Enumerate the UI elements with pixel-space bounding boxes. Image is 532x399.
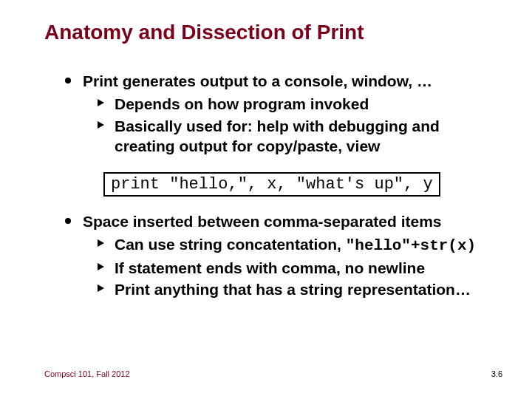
- triangle-icon: [98, 263, 104, 270]
- footer-left: Compsci 101, Fall 2012: [44, 369, 130, 378]
- bullet-level2: Depends on how program invoked: [98, 94, 502, 114]
- bullet-text: Basically used for: help with debugging …: [115, 116, 502, 157]
- bullet-level2: Can use string concatentation, "hello"+s…: [98, 234, 502, 256]
- slide-title: Anatomy and Dissection of Print: [44, 21, 502, 44]
- code-inline: "hello"+str(x): [346, 237, 476, 254]
- bullet-text: If statement ends with comma, no newline: [115, 258, 425, 278]
- text-span: Can use string concatentation,: [115, 236, 346, 253]
- bullet-level2: Print anything that has a string represe…: [98, 279, 502, 299]
- bullet-level1: Space inserted between comma-separated i…: [65, 211, 502, 231]
- dot-icon: [65, 78, 71, 83]
- bullet-level2: Basically used for: help with debugging …: [98, 116, 502, 157]
- code-box: print "hello,", x, "what's up", y: [103, 172, 440, 197]
- bullet-text: Can use string concatentation, "hello"+s…: [115, 234, 476, 256]
- bullet-text: Depends on how program invoked: [115, 94, 369, 114]
- dot-icon: [65, 218, 71, 224]
- triangle-icon: [98, 284, 104, 292]
- code-text: print "hello,", x, "what's up", y: [111, 175, 433, 194]
- slide-number: 3.6: [491, 369, 502, 378]
- triangle-icon: [98, 121, 104, 129]
- bullet-level1: Print generates output to a console, win…: [65, 71, 502, 91]
- bullet-text: Space inserted between comma-separated i…: [83, 211, 442, 231]
- triangle-icon: [98, 99, 104, 106]
- bullet-level2: If statement ends with comma, no newline: [98, 258, 502, 278]
- bullet-text: Print generates output to a console, win…: [83, 71, 432, 91]
- bullet-text: Print anything that has a string represe…: [115, 279, 471, 299]
- triangle-icon: [98, 239, 104, 247]
